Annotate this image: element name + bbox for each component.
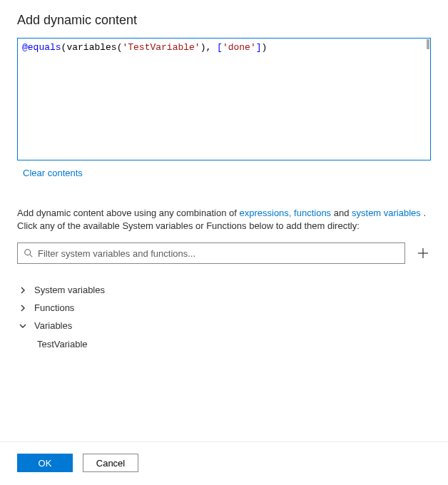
search-icon — [24, 248, 34, 258]
plus-icon — [417, 247, 429, 259]
svg-point-0 — [25, 250, 31, 255]
svg-line-1 — [30, 255, 33, 257]
cancel-button[interactable]: Cancel — [83, 454, 138, 472]
hint-text: Add dynamic content above using any comb… — [17, 207, 431, 233]
add-button[interactable] — [415, 245, 431, 261]
filter-input-wrapper[interactable] — [17, 242, 405, 264]
hint-prefix: Add dynamic content above using any comb… — [17, 208, 239, 218]
clear-contents-link[interactable]: Clear contents — [23, 168, 83, 178]
code-token: [ — [217, 42, 223, 53]
code-token: variables — [66, 42, 116, 53]
hint-mid: and — [331, 208, 352, 218]
editor-scrollbar-hint — [427, 39, 429, 49]
page-title: Add dynamic content — [17, 13, 431, 28]
ok-button[interactable]: OK — [17, 454, 73, 472]
category-list: System variablesFunctionsVariablesTestVa… — [17, 281, 431, 354]
dialog-footer: OK Cancel — [0, 441, 448, 485]
category-system-variables[interactable]: System variables — [17, 281, 431, 299]
chevron-right-icon — [19, 286, 27, 295]
expression-editor[interactable]: @equals(variables('TestVariable'), ['don… — [17, 38, 431, 160]
expressions-functions-link[interactable]: expressions, functions — [239, 208, 331, 218]
code-token: @equals — [22, 42, 61, 53]
chevron-right-icon — [19, 304, 27, 312]
category-functions[interactable]: Functions — [17, 299, 431, 317]
filter-input[interactable] — [38, 248, 399, 259]
chevron-down-icon — [19, 322, 27, 330]
code-token: ), — [200, 42, 217, 53]
category-label: Variables — [34, 320, 72, 331]
system-variables-link[interactable]: system variables — [352, 208, 421, 218]
category-variables[interactable]: Variables — [17, 317, 431, 335]
code-token: 'TestVariable' — [122, 42, 200, 53]
code-token: ) — [262, 42, 268, 53]
variable-item[interactable]: TestVariable — [17, 335, 431, 354]
category-label: System variables — [34, 285, 105, 295]
expression-code: @equals(variables('TestVariable'), ['don… — [22, 41, 426, 54]
code-token: ] — [256, 42, 262, 53]
category-label: Functions — [34, 302, 74, 313]
code-token: 'done' — [223, 42, 256, 53]
